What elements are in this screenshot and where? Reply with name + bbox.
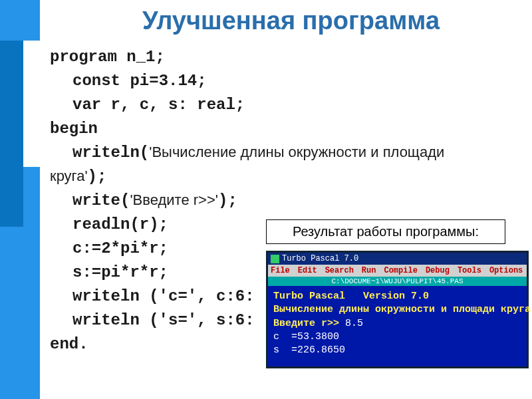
- code-line: program n_1;: [50, 45, 532, 69]
- code-text: write(: [72, 192, 130, 209]
- code-text: s:=pi*r*r;: [72, 263, 168, 281]
- prompt-text: Введите r>>: [273, 318, 339, 329]
- keyword: end: [50, 335, 78, 353]
- output-line: Вычисление длины окружности и площади кр…: [273, 303, 521, 317]
- menu-debug[interactable]: Debug: [426, 266, 450, 275]
- code-text: r, c, s: real;: [101, 96, 245, 114]
- code-line: writeln('Вычисление длины окружности и п…: [50, 141, 532, 165]
- terminal-output: Turbo Pascal Version 7.0 Вычисление длин…: [268, 286, 527, 366]
- code-text: n_1;: [117, 48, 165, 66]
- menu-edit[interactable]: Edit: [298, 266, 317, 275]
- output-line: c =53.3800: [273, 331, 521, 344]
- code-text: writeln ('c=', c:6:: [72, 287, 255, 305]
- output-line: s =226.8650: [273, 344, 521, 357]
- page-title: Улучшенная программа: [50, 7, 532, 35]
- file-path: C:\DOCUME~1\WUJU\PULPIT\45.PAS: [268, 277, 527, 286]
- turbo-pascal-window: Turbo Pascal 7.0 File Edit Search Run Co…: [266, 251, 529, 368]
- decorative-sidebar: [0, 0, 40, 399]
- menu-search[interactable]: Search: [325, 266, 354, 275]
- code-line: begin: [50, 117, 532, 141]
- output-line: Введите r>> 8.5: [273, 317, 521, 331]
- code-text: writeln(: [72, 144, 149, 162]
- menubar: File Edit Search Run Compile Debug Tools…: [268, 265, 527, 277]
- code-line: круга');: [50, 165, 532, 189]
- code-text: .: [78, 335, 88, 353]
- menu-options[interactable]: Options: [489, 266, 523, 275]
- code-line: const pi=3.14;: [50, 69, 532, 93]
- code-line: var r, c, s: real;: [50, 93, 532, 117]
- code-line: write('Введите r>>');: [50, 189, 532, 213]
- window-title: Turbo Pascal 7.0: [282, 254, 358, 263]
- user-input: 8.5: [339, 318, 363, 329]
- menu-compile[interactable]: Compile: [384, 266, 417, 275]
- code-text: pi=3.14;: [120, 72, 207, 90]
- string-literal: 'Введите r>>': [130, 192, 218, 208]
- menu-run[interactable]: Run: [362, 266, 376, 275]
- result-caption: Результат работы программы:: [266, 219, 505, 244]
- output-line: Turbo Pascal Version 7.0: [273, 290, 521, 303]
- keyword: var: [72, 96, 101, 114]
- string-literal: круга': [50, 168, 88, 184]
- code-text: readln(r);: [72, 215, 168, 233]
- keyword: program: [50, 48, 117, 66]
- code-text: writeln ('s=', s:6:: [72, 311, 255, 329]
- decorative-block: [0, 41, 23, 227]
- menu-file[interactable]: File: [271, 266, 290, 275]
- code-text: );: [88, 168, 107, 186]
- decorative-block: [23, 41, 40, 167]
- app-icon: [271, 255, 279, 263]
- code-text: );: [218, 192, 237, 209]
- window-titlebar: Turbo Pascal 7.0: [268, 253, 527, 265]
- keyword: const: [72, 72, 120, 90]
- code-text: c:=2*pi*r;: [72, 239, 168, 257]
- menu-tools[interactable]: Tools: [458, 266, 481, 275]
- string-literal: 'Вычисление длины окружности и площади: [149, 144, 444, 160]
- keyword: begin: [50, 120, 98, 138]
